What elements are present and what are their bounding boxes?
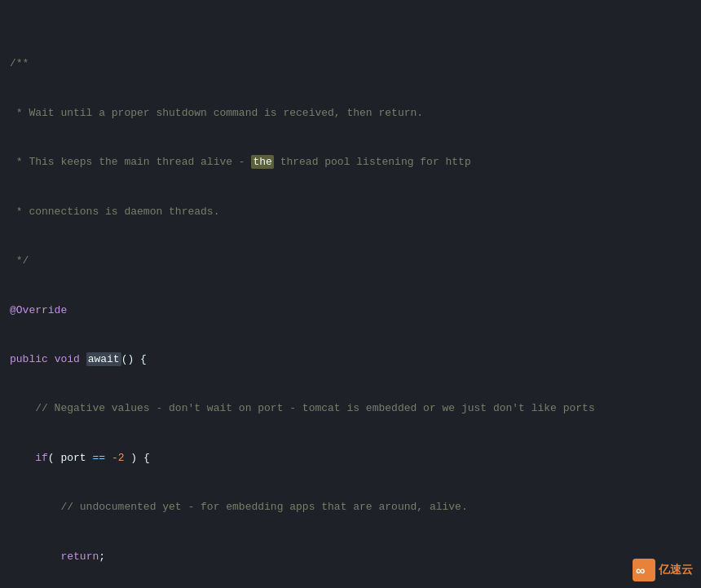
code-line: if( port == -2 ) {: [0, 450, 701, 466]
code-editor: /** * Wait until a proper shutdown comma…: [0, 0, 701, 588]
code-line: * Wait until a proper shutdown command i…: [0, 105, 701, 122]
code-line: * connections is daemon threads.: [0, 204, 701, 220]
code-line: // Negative values - don't wait on port …: [0, 400, 701, 417]
code-line: // undocumented yet - for embedding apps…: [0, 499, 701, 515]
svg-text:∞: ∞: [636, 564, 645, 577]
watermark-logo-icon: ∞: [633, 559, 655, 581]
code-line: return;: [0, 549, 701, 565]
code-line: */: [0, 253, 701, 269]
code-top: /** * Wait until a proper shutdown comma…: [0, 0, 701, 588]
code-line: /**: [0, 55, 701, 72]
code-line: @Override: [0, 303, 701, 319]
watermark-label: 亿速云: [659, 563, 693, 577]
code-line: * This keeps the main thread alive - the…: [0, 154, 701, 170]
code-line: public void await() {: [0, 351, 701, 368]
watermark: ∞ 亿速云: [633, 559, 693, 581]
